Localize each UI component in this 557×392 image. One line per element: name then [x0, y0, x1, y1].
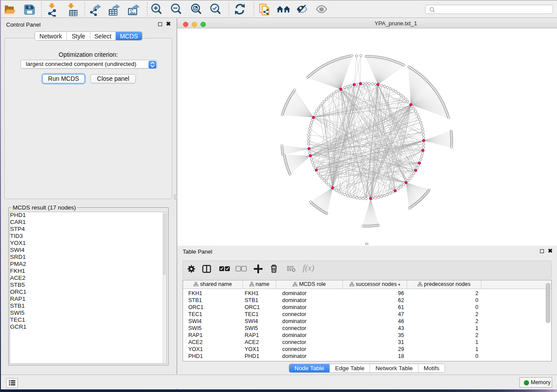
svg-text:f(x): f(x) [303, 264, 314, 273]
